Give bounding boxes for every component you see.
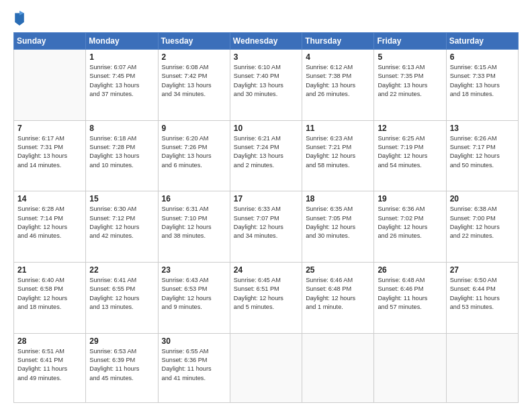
calendar-week-row: 14Sunrise: 6:28 AM Sunset: 7:14 PM Dayli… bbox=[14, 191, 519, 263]
day-number: 9 bbox=[162, 124, 226, 133]
calendar-week-row: 7Sunrise: 6:17 AM Sunset: 7:31 PM Daylig… bbox=[14, 120, 519, 191]
calendar-cell: 13Sunrise: 6:26 AM Sunset: 7:17 PM Dayli… bbox=[446, 120, 518, 191]
day-info: Sunrise: 6:07 AM Sunset: 7:45 PM Dayligh… bbox=[89, 63, 154, 99]
day-number: 26 bbox=[378, 265, 442, 275]
day-info: Sunrise: 6:31 AM Sunset: 7:10 PM Dayligh… bbox=[162, 205, 226, 240]
day-info: Sunrise: 6:48 AM Sunset: 6:46 PM Dayligh… bbox=[378, 276, 442, 312]
calendar-cell: 24Sunrise: 6:45 AM Sunset: 6:51 PM Dayli… bbox=[230, 262, 302, 333]
calendar-week-row: 1Sunrise: 6:07 AM Sunset: 7:45 PM Daylig… bbox=[14, 50, 519, 121]
weekday-header: Sunday bbox=[14, 33, 86, 50]
day-info: Sunrise: 6:17 AM Sunset: 7:31 PM Dayligh… bbox=[17, 134, 82, 170]
day-info: Sunrise: 6:20 AM Sunset: 7:26 PM Dayligh… bbox=[162, 134, 226, 170]
calendar-cell: 4Sunrise: 6:12 AM Sunset: 7:38 PM Daylig… bbox=[302, 50, 374, 121]
day-info: Sunrise: 6:38 AM Sunset: 7:00 PM Dayligh… bbox=[450, 205, 515, 240]
day-info: Sunrise: 6:36 AM Sunset: 7:02 PM Dayligh… bbox=[378, 205, 442, 240]
day-info: Sunrise: 6:23 AM Sunset: 7:21 PM Dayligh… bbox=[306, 134, 370, 170]
calendar-cell bbox=[230, 333, 302, 403]
day-info: Sunrise: 6:21 AM Sunset: 7:24 PM Dayligh… bbox=[234, 134, 298, 170]
weekday-header: Wednesday bbox=[230, 33, 302, 50]
calendar-cell bbox=[302, 333, 374, 403]
day-info: Sunrise: 6:28 AM Sunset: 7:14 PM Dayligh… bbox=[17, 205, 82, 240]
weekday-header: Thursday bbox=[302, 33, 374, 50]
day-info: Sunrise: 6:12 AM Sunset: 7:38 PM Dayligh… bbox=[306, 63, 370, 99]
day-info: Sunrise: 6:46 AM Sunset: 6:48 PM Dayligh… bbox=[306, 276, 370, 312]
calendar-cell: 19Sunrise: 6:36 AM Sunset: 7:02 PM Dayli… bbox=[374, 191, 446, 263]
day-number: 27 bbox=[450, 265, 515, 275]
day-number: 1 bbox=[89, 52, 154, 62]
day-info: Sunrise: 6:10 AM Sunset: 7:40 PM Dayligh… bbox=[234, 63, 298, 99]
day-number: 30 bbox=[162, 336, 226, 346]
calendar-cell: 9Sunrise: 6:20 AM Sunset: 7:26 PM Daylig… bbox=[158, 120, 230, 191]
day-number: 25 bbox=[306, 265, 370, 275]
calendar-cell: 21Sunrise: 6:40 AM Sunset: 6:58 PM Dayli… bbox=[14, 262, 86, 333]
weekday-header: Monday bbox=[86, 33, 158, 50]
calendar-cell: 27Sunrise: 6:50 AM Sunset: 6:44 PM Dayli… bbox=[446, 262, 518, 333]
day-number: 11 bbox=[306, 124, 370, 133]
calendar-cell: 12Sunrise: 6:25 AM Sunset: 7:19 PM Dayli… bbox=[374, 120, 446, 191]
calendar-cell bbox=[14, 50, 86, 121]
page: SundayMondayTuesdayWednesdayThursdayFrid… bbox=[0, 0, 532, 411]
calendar-cell: 6Sunrise: 6:15 AM Sunset: 7:33 PM Daylig… bbox=[446, 50, 518, 121]
calendar-cell: 16Sunrise: 6:31 AM Sunset: 7:10 PM Dayli… bbox=[158, 191, 230, 263]
day-number: 22 bbox=[89, 265, 154, 275]
day-number: 20 bbox=[450, 194, 515, 203]
day-number: 6 bbox=[450, 52, 515, 62]
day-info: Sunrise: 6:18 AM Sunset: 7:28 PM Dayligh… bbox=[89, 134, 154, 170]
calendar-cell: 14Sunrise: 6:28 AM Sunset: 7:14 PM Dayli… bbox=[14, 191, 86, 263]
day-info: Sunrise: 6:33 AM Sunset: 7:07 PM Dayligh… bbox=[234, 205, 298, 240]
calendar-cell: 15Sunrise: 6:30 AM Sunset: 7:12 PM Dayli… bbox=[86, 191, 158, 263]
calendar-cell: 3Sunrise: 6:10 AM Sunset: 7:40 PM Daylig… bbox=[230, 50, 302, 121]
day-number: 18 bbox=[306, 194, 370, 203]
day-info: Sunrise: 6:13 AM Sunset: 7:35 PM Dayligh… bbox=[378, 63, 442, 99]
calendar-cell: 28Sunrise: 6:51 AM Sunset: 6:41 PM Dayli… bbox=[14, 333, 86, 403]
day-number: 5 bbox=[378, 52, 442, 62]
day-info: Sunrise: 6:40 AM Sunset: 6:58 PM Dayligh… bbox=[17, 276, 82, 312]
weekday-header: Friday bbox=[374, 33, 446, 50]
day-info: Sunrise: 6:26 AM Sunset: 7:17 PM Dayligh… bbox=[450, 134, 515, 170]
calendar-cell bbox=[374, 333, 446, 403]
calendar-cell: 8Sunrise: 6:18 AM Sunset: 7:28 PM Daylig… bbox=[86, 120, 158, 191]
day-number: 23 bbox=[162, 265, 226, 275]
calendar-cell: 29Sunrise: 6:53 AM Sunset: 6:39 PM Dayli… bbox=[86, 333, 158, 403]
day-number: 8 bbox=[89, 124, 154, 133]
day-info: Sunrise: 6:15 AM Sunset: 7:33 PM Dayligh… bbox=[450, 63, 515, 99]
weekday-header: Tuesday bbox=[158, 33, 230, 50]
day-info: Sunrise: 6:55 AM Sunset: 6:36 PM Dayligh… bbox=[162, 347, 226, 383]
day-number: 28 bbox=[17, 336, 82, 346]
day-number: 4 bbox=[306, 52, 370, 62]
day-info: Sunrise: 6:25 AM Sunset: 7:19 PM Dayligh… bbox=[378, 134, 442, 170]
calendar-cell: 10Sunrise: 6:21 AM Sunset: 7:24 PM Dayli… bbox=[230, 120, 302, 191]
weekday-header: Saturday bbox=[446, 33, 518, 50]
calendar-cell: 7Sunrise: 6:17 AM Sunset: 7:31 PM Daylig… bbox=[14, 120, 86, 191]
day-number: 24 bbox=[234, 265, 298, 275]
day-number: 19 bbox=[378, 194, 442, 203]
day-number: 12 bbox=[378, 124, 442, 133]
calendar-table: SundayMondayTuesdayWednesdayThursdayFrid… bbox=[13, 32, 519, 403]
day-info: Sunrise: 6:43 AM Sunset: 6:53 PM Dayligh… bbox=[162, 276, 226, 312]
day-info: Sunrise: 6:53 AM Sunset: 6:39 PM Dayligh… bbox=[89, 347, 154, 383]
calendar-cell: 1Sunrise: 6:07 AM Sunset: 7:45 PM Daylig… bbox=[86, 50, 158, 121]
day-number: 10 bbox=[234, 124, 298, 133]
calendar-cell: 25Sunrise: 6:46 AM Sunset: 6:48 PM Dayli… bbox=[302, 262, 374, 333]
day-number: 16 bbox=[162, 194, 226, 203]
day-info: Sunrise: 6:50 AM Sunset: 6:44 PM Dayligh… bbox=[450, 276, 515, 312]
calendar-cell: 17Sunrise: 6:33 AM Sunset: 7:07 PM Dayli… bbox=[230, 191, 302, 263]
day-number: 29 bbox=[89, 336, 154, 346]
day-number: 17 bbox=[234, 194, 298, 203]
day-info: Sunrise: 6:08 AM Sunset: 7:42 PM Dayligh… bbox=[162, 63, 226, 99]
logo bbox=[13, 11, 30, 26]
day-number: 7 bbox=[17, 124, 82, 133]
day-number: 21 bbox=[17, 265, 82, 275]
calendar-cell bbox=[446, 333, 518, 403]
day-info: Sunrise: 6:35 AM Sunset: 7:05 PM Dayligh… bbox=[306, 205, 370, 240]
day-number: 3 bbox=[234, 52, 298, 62]
logo-icon bbox=[13, 11, 26, 26]
day-number: 2 bbox=[162, 52, 226, 62]
day-info: Sunrise: 6:45 AM Sunset: 6:51 PM Dayligh… bbox=[234, 276, 298, 312]
day-number: 13 bbox=[450, 124, 515, 133]
calendar-week-row: 21Sunrise: 6:40 AM Sunset: 6:58 PM Dayli… bbox=[14, 262, 519, 333]
calendar-cell: 20Sunrise: 6:38 AM Sunset: 7:00 PM Dayli… bbox=[446, 191, 518, 263]
calendar-cell: 5Sunrise: 6:13 AM Sunset: 7:35 PM Daylig… bbox=[374, 50, 446, 121]
calendar-cell: 22Sunrise: 6:41 AM Sunset: 6:55 PM Dayli… bbox=[86, 262, 158, 333]
day-info: Sunrise: 6:41 AM Sunset: 6:55 PM Dayligh… bbox=[89, 276, 154, 312]
